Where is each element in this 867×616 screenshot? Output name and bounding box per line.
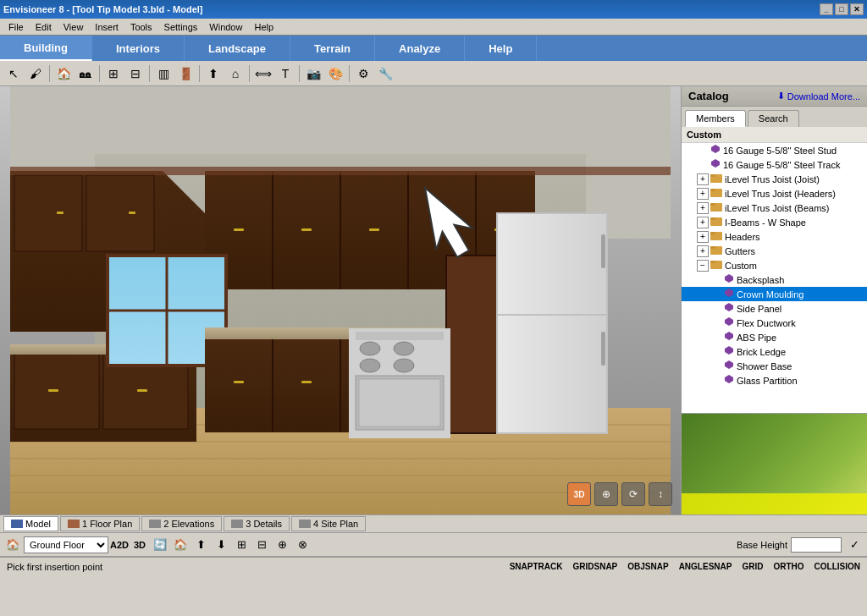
sb-icon-6[interactable]: ⬇	[212, 536, 230, 554]
tab-elevations[interactable]: 2 Elevations	[141, 516, 222, 531]
catalog-tab-members[interactable]: Members	[685, 110, 746, 127]
nav-tab-landscape[interactable]: Landscape	[185, 36, 290, 61]
titlebar-controls[interactable]: _ □ ✕	[820, 3, 864, 15]
base-height-area: Base Height ✓	[737, 536, 864, 554]
sb-icon-9[interactable]: ⊕	[273, 536, 291, 554]
svg-rect-25	[301, 228, 312, 231]
tree-toggle[interactable]: −	[697, 260, 709, 272]
nav-tab-building[interactable]: Building	[0, 36, 92, 61]
tree-toggle[interactable]: +	[697, 173, 709, 185]
tree-item-3[interactable]: +iLevel Trus Joist (Joist)	[682, 172, 867, 186]
download-more-button[interactable]: ⬇ Download More...	[777, 91, 860, 102]
viewport-3d[interactable]: 3D ⊕ ⟳ ↕	[0, 86, 681, 514]
tab-model-label: Model	[25, 519, 51, 529]
tree-toggle[interactable]: +	[697, 231, 709, 243]
tree-item-10[interactable]: Backsplash	[682, 272, 867, 287]
tree-toggle[interactable]: +	[697, 202, 709, 214]
tree-item-16[interactable]: Shower Base	[682, 359, 867, 373]
toolbar-home2[interactable]: 🏘	[75, 63, 96, 84]
base-height-confirm[interactable]: ✓	[845, 536, 864, 554]
tree-item-icon	[710, 201, 722, 214]
tree-toggle[interactable]: +	[697, 217, 709, 228]
base-height-input[interactable]	[791, 537, 842, 553]
sb-icon-10[interactable]: ⊗	[293, 536, 312, 554]
floor-selector[interactable]: Ground Floor 1st Floor 2nd Floor Roof	[24, 536, 108, 553]
svg-rect-63	[710, 203, 715, 206]
toolbar-paint[interactable]: 🖌	[25, 63, 46, 84]
tree-container[interactable]: 16 Gauge 5-5/8" Steel Stud16 Gauge 5-5/8…	[682, 143, 867, 413]
tree-toggle[interactable]: +	[697, 245, 709, 257]
tree-item-13[interactable]: Flex Ductwork	[682, 316, 867, 330]
tree-toggle[interactable]: +	[697, 188, 709, 200]
floor-plan-icon	[68, 520, 80, 528]
maximize-button[interactable]: □	[835, 3, 848, 15]
menu-window[interactable]: Window	[204, 21, 247, 33]
tree-item-11[interactable]: Crown Moulding	[682, 287, 867, 301]
tree-item-17[interactable]: Glass Partition	[682, 373, 867, 388]
menu-file[interactable]: File	[3, 21, 29, 33]
flag-gridsnap: GRIDSNAP	[572, 562, 617, 571]
nav-tab-help[interactable]: Help	[465, 36, 537, 61]
tree-item-7[interactable]: +Headers	[682, 229, 867, 244]
tree-item-label: Glass Partition	[737, 376, 798, 386]
statusbar-toolbar: 🏠 Ground Floor 1st Floor 2nd Floor Roof …	[0, 533, 867, 557]
status-flags: SNAPTRACK GRIDSNAP OBJSNAP ANGLESNAP GRI…	[510, 562, 860, 571]
close-button[interactable]: ✕	[850, 3, 864, 15]
toolbar-grid2[interactable]: ⊟	[125, 63, 146, 84]
toolbar-door[interactable]: 🚪	[175, 63, 196, 84]
tree-item-6[interactable]: +I-Beams - W Shape	[682, 215, 867, 229]
sb-icon-5[interactable]: ⬆	[191, 536, 210, 554]
menu-settings[interactable]: Settings	[159, 21, 203, 33]
menu-tools[interactable]: Tools	[125, 21, 157, 33]
minimize-button[interactable]: _	[820, 3, 833, 15]
nav-tab-terrain[interactable]: Terrain	[290, 36, 375, 61]
tab-site-plan[interactable]: 4 Site Plan	[291, 516, 366, 531]
toolbar-grid[interactable]: ⊞	[103, 63, 124, 84]
viewport-nav2[interactable]: ⟳	[621, 482, 645, 506]
toolbar-dimension[interactable]: ⟺	[253, 63, 273, 84]
menu-insert[interactable]: Insert	[90, 21, 124, 33]
model-icon	[11, 520, 23, 528]
sb-icon-1[interactable]: A2D	[110, 536, 129, 554]
tree-item-12[interactable]: Side Panel	[682, 301, 867, 316]
tab-floor-plan[interactable]: 1 Floor Plan	[60, 516, 140, 531]
tree-item-2[interactable]: 16 Gauge 5-5/8" Steel Track	[682, 157, 867, 172]
tree-item-5[interactable]: +iLevel Trus Joist (Beams)	[682, 201, 867, 215]
toolbar-select[interactable]: ↖	[3, 63, 24, 84]
tree-item-15[interactable]: Brick Ledge	[682, 344, 867, 359]
menu-view[interactable]: View	[58, 21, 89, 33]
toolbar-camera[interactable]: 📷	[303, 63, 323, 84]
catalog-tab-search[interactable]: Search	[748, 110, 799, 127]
toolbar-extra1[interactable]: ⚙	[353, 63, 373, 84]
nav-tab-analyze[interactable]: Analyze	[375, 36, 465, 61]
tree-item-14[interactable]: ABS Pipe	[682, 330, 867, 344]
sb-icon-4[interactable]: 🏠	[171, 536, 190, 554]
menu-edit[interactable]: Edit	[30, 21, 57, 33]
toolbar-text[interactable]: T	[275, 63, 295, 84]
menu-help[interactable]: Help	[249, 21, 279, 33]
viewport-3d-icon[interactable]: 3D	[567, 482, 591, 506]
toolbar-roof[interactable]: ⌂	[225, 63, 246, 84]
base-height-label: Base Height	[737, 540, 787, 550]
tab-details[interactable]: 3 Details	[224, 516, 290, 531]
toolbar-render[interactable]: 🎨	[325, 63, 345, 84]
sb-icon-2[interactable]: 3D	[130, 536, 149, 554]
toolbar-stair[interactable]: ⬆	[203, 63, 224, 84]
toolbar-wall[interactable]: ▥	[153, 63, 174, 84]
nav-tab-interiors[interactable]: Interiors	[92, 36, 185, 61]
tree-item-icon	[724, 302, 734, 315]
svg-rect-49	[359, 379, 440, 426]
toolbar-extra2[interactable]: 🔧	[375, 63, 395, 84]
tab-model[interactable]: Model	[3, 516, 58, 531]
viewport-nav3[interactable]: ↕	[649, 482, 672, 506]
viewport-nav1[interactable]: ⊕	[594, 482, 618, 506]
sb-icon-8[interactable]: ⊟	[252, 536, 271, 554]
svg-marker-56	[711, 145, 720, 153]
toolbar-home[interactable]: 🏠	[53, 63, 74, 84]
tree-item-8[interactable]: +Gutters	[682, 244, 867, 258]
tree-item-4[interactable]: +iLevel Trus Joist (Headers)	[682, 186, 867, 201]
tree-item-9[interactable]: −Custom	[682, 258, 867, 272]
tree-item-1[interactable]: 16 Gauge 5-5/8" Steel Stud	[682, 143, 867, 157]
sb-icon-3[interactable]: 🔄	[151, 536, 169, 554]
sb-icon-7[interactable]: ⊞	[232, 536, 251, 554]
